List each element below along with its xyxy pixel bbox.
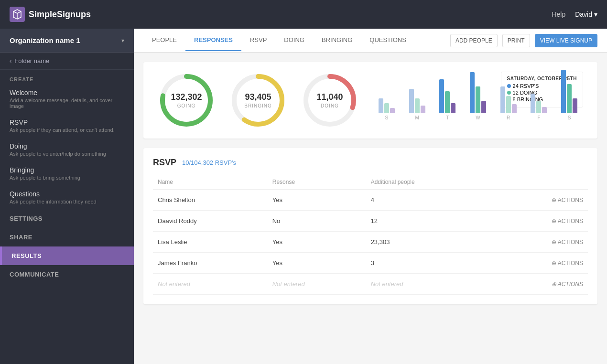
view-live-signup-button[interactable]: VIEW LIVE SIGNUP xyxy=(535,34,597,47)
going-stat: 132,302 GOING xyxy=(158,72,215,129)
actions-button[interactable]: ⊕ ACTIONS xyxy=(552,218,583,225)
logo-text: SimpleSignups xyxy=(29,10,91,20)
col-response: Resonse xyxy=(268,175,366,190)
bar-group-s2: S xyxy=(555,70,583,120)
sidebar-item-doing[interactable]: Doing Ask people to volunter/help do som… xyxy=(0,138,134,161)
nav-help[interactable]: Help xyxy=(552,11,565,18)
sidebar-share[interactable]: SHARE xyxy=(0,228,134,246)
rsvp-header: RSVP 10/104,302 RSVP's xyxy=(153,158,588,168)
row-response: No xyxy=(268,211,366,232)
table-row: Not entered Not entered Not entered ⊕ AC… xyxy=(153,274,588,295)
rsvp-table: Name Resonse Additional people Chris She… xyxy=(153,175,588,295)
bar-group-t1: T xyxy=(434,79,461,120)
tab-rsvp[interactable]: RSVP xyxy=(241,30,275,51)
nav-right: Help David ▾ xyxy=(552,11,597,18)
stats-card: 132,302 GOING 93,405 BRING xyxy=(143,62,597,139)
row-additional: 3 xyxy=(366,253,491,274)
sidebar-item-rsvp[interactable]: RSVP Ask people if they can attend, or c… xyxy=(0,114,134,138)
tab-people[interactable]: PEOPLE xyxy=(143,30,185,51)
sidebar-item-bringing[interactable]: Bringing Ask people to bring something xyxy=(0,161,134,185)
actions-button[interactable]: ⊕ ACTIONS xyxy=(552,260,583,267)
chart-area: SATURDAY, OCTOBER 25TH 24 RSVP'S 12 DOIN… xyxy=(373,72,583,129)
sidebar: Organization name 1 ▾ ‹ Folder name CREA… xyxy=(0,29,134,364)
going-donut: 132,302 GOING xyxy=(158,72,215,129)
col-additional: Additional people xyxy=(366,175,491,190)
doing-stat: 11,040 DOING xyxy=(301,72,358,129)
row-name: Not entered xyxy=(153,274,268,295)
tab-responses[interactable]: RESPONSES xyxy=(185,30,241,51)
sidebar-settings[interactable]: SETTINGS xyxy=(0,209,134,228)
bringing-donut: 93,405 BRINGING xyxy=(229,72,287,129)
tabs-bar: PEOPLE RESPONSES RSVP DOING BRINGING QUE… xyxy=(134,29,607,53)
bar-group-m: M xyxy=(403,89,431,120)
bar-group-r: R xyxy=(495,86,522,120)
main-layout: Organization name 1 ▾ ‹ Folder name CREA… xyxy=(0,29,607,364)
sidebar-communicate[interactable]: COMMUNICATE xyxy=(0,265,134,284)
rsvp-section: RSVP 10/104,302 RSVP's Name Resonse Addi… xyxy=(143,148,597,304)
bar-group-f: F xyxy=(525,94,553,120)
row-name: James Franko xyxy=(153,253,268,274)
org-chevron-icon: ▾ xyxy=(121,37,124,44)
logo-icon xyxy=(10,7,25,22)
sidebar-results[interactable]: RESULTS xyxy=(0,246,134,265)
chevron-down-icon: ▾ xyxy=(594,11,597,18)
row-additional: 12 xyxy=(366,211,491,232)
row-response: Yes xyxy=(268,190,366,211)
tab-bringing[interactable]: BRINGING xyxy=(313,30,361,51)
content-scroll: 132,302 GOING 93,405 BRING xyxy=(134,53,607,364)
rsvp-count: 10/104,302 RSVP's xyxy=(182,159,236,166)
tabs-left: PEOPLE RESPONSES RSVP DOING BRINGING QUE… xyxy=(143,30,450,51)
add-people-button[interactable]: ADD PEOPLE xyxy=(450,34,498,47)
tabs-right: ADD PEOPLE PRINT VIEW LIVE SIGNUP xyxy=(450,34,597,47)
row-additional: Not entered xyxy=(366,274,491,295)
nav-user[interactable]: David ▾ xyxy=(575,11,597,18)
row-response: Not entered xyxy=(268,274,366,295)
create-section-label: CREATE xyxy=(0,70,134,84)
sidebar-item-questions[interactable]: Questions Ask people the information the… xyxy=(0,185,134,209)
table-row: Daavid Roddy No 12 ⊕ ACTIONS xyxy=(153,211,588,232)
col-actions xyxy=(491,175,588,190)
print-button[interactable]: PRINT xyxy=(502,34,530,47)
sidebar-item-welcome[interactable]: Welcome Add a welcome message, details, … xyxy=(0,84,134,114)
actions-button[interactable]: ⊕ ACTIONS xyxy=(552,197,583,203)
top-nav: SimpleSignups Help David ▾ xyxy=(0,0,607,29)
logo-area[interactable]: SimpleSignups xyxy=(10,7,91,22)
actions-button[interactable]: ⊕ ACTIONS xyxy=(552,239,583,246)
row-additional: 4 xyxy=(366,190,491,211)
row-additional: 23,303 xyxy=(366,232,491,253)
doing-donut: 11,040 DOING xyxy=(301,72,358,129)
actions-button[interactable]: ⊕ ACTIONS xyxy=(552,281,583,288)
row-name: Chris Shelton xyxy=(153,190,268,211)
table-row: James Franko Yes 3 ⊕ ACTIONS xyxy=(153,253,588,274)
bar-group-s: S xyxy=(373,98,401,120)
rsvp-title: RSVP xyxy=(153,158,176,168)
row-response: Yes xyxy=(268,232,366,253)
bringing-stat: 93,405 BRINGING xyxy=(229,72,287,129)
folder-breadcrumb[interactable]: ‹ Folder name xyxy=(0,53,134,70)
row-response: Yes xyxy=(268,253,366,274)
table-row: Chris Shelton Yes 4 ⊕ ACTIONS xyxy=(153,190,588,211)
row-name: Lisa Leslie xyxy=(153,232,268,253)
tab-questions[interactable]: QUESTIONS xyxy=(361,30,415,51)
org-name: Organization name 1 xyxy=(10,36,80,44)
org-selector[interactable]: Organization name 1 ▾ xyxy=(0,29,134,53)
table-row: Lisa Leslie Yes 23,303 ⊕ ACTIONS xyxy=(153,232,588,253)
bar-group-w: W xyxy=(464,72,492,120)
content-area: PEOPLE RESPONSES RSVP DOING BRINGING QUE… xyxy=(134,29,607,364)
col-name: Name xyxy=(153,175,268,190)
back-icon: ‹ xyxy=(10,57,11,64)
tab-doing[interactable]: DOING xyxy=(275,30,313,51)
row-name: Daavid Roddy xyxy=(153,211,268,232)
